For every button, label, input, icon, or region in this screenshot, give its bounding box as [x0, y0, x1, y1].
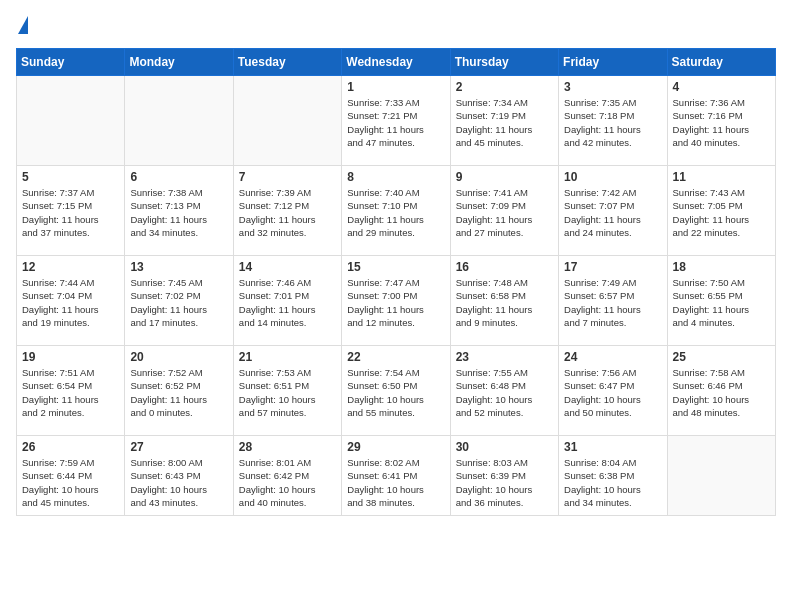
calendar-cell: 8Sunrise: 7:40 AM Sunset: 7:10 PM Daylig… — [342, 166, 450, 256]
calendar-cell: 19Sunrise: 7:51 AM Sunset: 6:54 PM Dayli… — [17, 346, 125, 436]
day-number: 1 — [347, 80, 444, 94]
day-number: 28 — [239, 440, 336, 454]
calendar-cell: 4Sunrise: 7:36 AM Sunset: 7:16 PM Daylig… — [667, 76, 775, 166]
calendar-cell: 6Sunrise: 7:38 AM Sunset: 7:13 PM Daylig… — [125, 166, 233, 256]
day-number: 23 — [456, 350, 553, 364]
day-number: 27 — [130, 440, 227, 454]
calendar-cell: 22Sunrise: 7:54 AM Sunset: 6:50 PM Dayli… — [342, 346, 450, 436]
calendar-cell: 28Sunrise: 8:01 AM Sunset: 6:42 PM Dayli… — [233, 436, 341, 516]
day-number: 20 — [130, 350, 227, 364]
calendar-cell: 24Sunrise: 7:56 AM Sunset: 6:47 PM Dayli… — [559, 346, 667, 436]
column-header-wednesday: Wednesday — [342, 49, 450, 76]
calendar-cell: 3Sunrise: 7:35 AM Sunset: 7:18 PM Daylig… — [559, 76, 667, 166]
day-number: 9 — [456, 170, 553, 184]
day-info: Sunrise: 7:40 AM Sunset: 7:10 PM Dayligh… — [347, 186, 444, 239]
calendar-cell — [667, 436, 775, 516]
day-info: Sunrise: 8:01 AM Sunset: 6:42 PM Dayligh… — [239, 456, 336, 509]
calendar-header-row: SundayMondayTuesdayWednesdayThursdayFrid… — [17, 49, 776, 76]
day-info: Sunrise: 7:59 AM Sunset: 6:44 PM Dayligh… — [22, 456, 119, 509]
day-info: Sunrise: 7:39 AM Sunset: 7:12 PM Dayligh… — [239, 186, 336, 239]
calendar-cell: 12Sunrise: 7:44 AM Sunset: 7:04 PM Dayli… — [17, 256, 125, 346]
page-header — [16, 16, 776, 36]
calendar-cell: 31Sunrise: 8:04 AM Sunset: 6:38 PM Dayli… — [559, 436, 667, 516]
day-info: Sunrise: 8:02 AM Sunset: 6:41 PM Dayligh… — [347, 456, 444, 509]
day-info: Sunrise: 7:48 AM Sunset: 6:58 PM Dayligh… — [456, 276, 553, 329]
calendar-cell — [125, 76, 233, 166]
day-number: 7 — [239, 170, 336, 184]
calendar-week-row: 1Sunrise: 7:33 AM Sunset: 7:21 PM Daylig… — [17, 76, 776, 166]
day-number: 26 — [22, 440, 119, 454]
day-number: 6 — [130, 170, 227, 184]
day-info: Sunrise: 7:41 AM Sunset: 7:09 PM Dayligh… — [456, 186, 553, 239]
day-number: 17 — [564, 260, 661, 274]
day-number: 14 — [239, 260, 336, 274]
day-info: Sunrise: 8:00 AM Sunset: 6:43 PM Dayligh… — [130, 456, 227, 509]
day-number: 11 — [673, 170, 770, 184]
day-info: Sunrise: 7:43 AM Sunset: 7:05 PM Dayligh… — [673, 186, 770, 239]
day-info: Sunrise: 7:58 AM Sunset: 6:46 PM Dayligh… — [673, 366, 770, 419]
calendar-cell: 11Sunrise: 7:43 AM Sunset: 7:05 PM Dayli… — [667, 166, 775, 256]
day-number: 8 — [347, 170, 444, 184]
calendar-table: SundayMondayTuesdayWednesdayThursdayFrid… — [16, 48, 776, 516]
calendar-cell: 5Sunrise: 7:37 AM Sunset: 7:15 PM Daylig… — [17, 166, 125, 256]
day-number: 25 — [673, 350, 770, 364]
logo — [16, 16, 28, 36]
day-number: 24 — [564, 350, 661, 364]
day-number: 2 — [456, 80, 553, 94]
day-number: 10 — [564, 170, 661, 184]
calendar-cell: 17Sunrise: 7:49 AM Sunset: 6:57 PM Dayli… — [559, 256, 667, 346]
day-number: 19 — [22, 350, 119, 364]
day-number: 31 — [564, 440, 661, 454]
day-number: 5 — [22, 170, 119, 184]
calendar-cell: 23Sunrise: 7:55 AM Sunset: 6:48 PM Dayli… — [450, 346, 558, 436]
day-info: Sunrise: 7:50 AM Sunset: 6:55 PM Dayligh… — [673, 276, 770, 329]
calendar-cell: 16Sunrise: 7:48 AM Sunset: 6:58 PM Dayli… — [450, 256, 558, 346]
day-info: Sunrise: 7:56 AM Sunset: 6:47 PM Dayligh… — [564, 366, 661, 419]
day-info: Sunrise: 7:54 AM Sunset: 6:50 PM Dayligh… — [347, 366, 444, 419]
column-header-thursday: Thursday — [450, 49, 558, 76]
calendar-cell: 26Sunrise: 7:59 AM Sunset: 6:44 PM Dayli… — [17, 436, 125, 516]
day-info: Sunrise: 7:53 AM Sunset: 6:51 PM Dayligh… — [239, 366, 336, 419]
day-number: 30 — [456, 440, 553, 454]
day-info: Sunrise: 7:33 AM Sunset: 7:21 PM Dayligh… — [347, 96, 444, 149]
day-number: 15 — [347, 260, 444, 274]
day-info: Sunrise: 7:45 AM Sunset: 7:02 PM Dayligh… — [130, 276, 227, 329]
day-info: Sunrise: 8:03 AM Sunset: 6:39 PM Dayligh… — [456, 456, 553, 509]
day-info: Sunrise: 7:38 AM Sunset: 7:13 PM Dayligh… — [130, 186, 227, 239]
day-info: Sunrise: 7:36 AM Sunset: 7:16 PM Dayligh… — [673, 96, 770, 149]
calendar-cell: 10Sunrise: 7:42 AM Sunset: 7:07 PM Dayli… — [559, 166, 667, 256]
calendar-cell: 1Sunrise: 7:33 AM Sunset: 7:21 PM Daylig… — [342, 76, 450, 166]
calendar-cell: 27Sunrise: 8:00 AM Sunset: 6:43 PM Dayli… — [125, 436, 233, 516]
calendar-cell: 21Sunrise: 7:53 AM Sunset: 6:51 PM Dayli… — [233, 346, 341, 436]
day-number: 18 — [673, 260, 770, 274]
calendar-cell: 15Sunrise: 7:47 AM Sunset: 7:00 PM Dayli… — [342, 256, 450, 346]
day-info: Sunrise: 7:49 AM Sunset: 6:57 PM Dayligh… — [564, 276, 661, 329]
calendar-cell: 2Sunrise: 7:34 AM Sunset: 7:19 PM Daylig… — [450, 76, 558, 166]
day-number: 21 — [239, 350, 336, 364]
calendar-week-row: 19Sunrise: 7:51 AM Sunset: 6:54 PM Dayli… — [17, 346, 776, 436]
column-header-tuesday: Tuesday — [233, 49, 341, 76]
day-number: 3 — [564, 80, 661, 94]
calendar-cell: 7Sunrise: 7:39 AM Sunset: 7:12 PM Daylig… — [233, 166, 341, 256]
calendar-week-row: 12Sunrise: 7:44 AM Sunset: 7:04 PM Dayli… — [17, 256, 776, 346]
day-info: Sunrise: 7:42 AM Sunset: 7:07 PM Dayligh… — [564, 186, 661, 239]
calendar-week-row: 5Sunrise: 7:37 AM Sunset: 7:15 PM Daylig… — [17, 166, 776, 256]
day-number: 13 — [130, 260, 227, 274]
day-number: 4 — [673, 80, 770, 94]
day-number: 29 — [347, 440, 444, 454]
calendar-cell: 14Sunrise: 7:46 AM Sunset: 7:01 PM Dayli… — [233, 256, 341, 346]
day-info: Sunrise: 8:04 AM Sunset: 6:38 PM Dayligh… — [564, 456, 661, 509]
day-info: Sunrise: 7:55 AM Sunset: 6:48 PM Dayligh… — [456, 366, 553, 419]
day-info: Sunrise: 7:47 AM Sunset: 7:00 PM Dayligh… — [347, 276, 444, 329]
column-header-friday: Friday — [559, 49, 667, 76]
calendar-week-row: 26Sunrise: 7:59 AM Sunset: 6:44 PM Dayli… — [17, 436, 776, 516]
calendar-cell — [17, 76, 125, 166]
calendar-cell — [233, 76, 341, 166]
day-number: 16 — [456, 260, 553, 274]
day-number: 22 — [347, 350, 444, 364]
calendar-cell: 18Sunrise: 7:50 AM Sunset: 6:55 PM Dayli… — [667, 256, 775, 346]
column-header-monday: Monday — [125, 49, 233, 76]
day-info: Sunrise: 7:35 AM Sunset: 7:18 PM Dayligh… — [564, 96, 661, 149]
logo-triangle-icon — [18, 16, 28, 34]
calendar-cell: 25Sunrise: 7:58 AM Sunset: 6:46 PM Dayli… — [667, 346, 775, 436]
